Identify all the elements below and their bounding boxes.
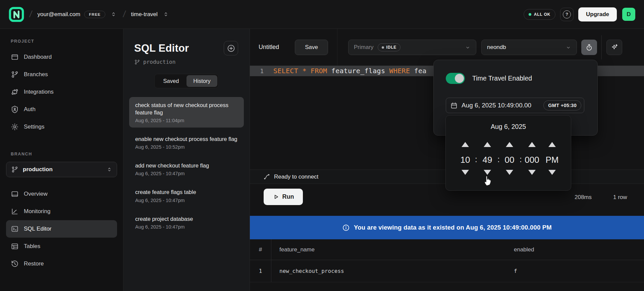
sidebar-section-project: PROJECT [11, 39, 117, 44]
account-email[interactable]: your@email.com [38, 11, 80, 18]
column-header-enabled: enabled [514, 239, 534, 260]
connection-status-text: Ready to connect [274, 174, 318, 180]
history-item-title: add new checkout feature flag [135, 162, 238, 169]
history-item[interactable]: create project database Aug 6, 2025 - 10… [129, 211, 244, 234]
monitoring-icon [11, 207, 19, 215]
sidebar-item-restore[interactable]: Restore [6, 255, 117, 273]
sidebar-item-label: Integrations [24, 89, 54, 95]
run-button-label: Run [282, 193, 294, 200]
sidebar-item-dashboard[interactable]: Dashboard [6, 48, 117, 66]
history-item-date: Aug 6, 2025 - 10:47pm [135, 224, 238, 230]
project-switcher-chevrons-icon[interactable] [162, 10, 170, 18]
upgrade-button[interactable]: Upgrade [578, 7, 617, 21]
query-tab-title: Untitled [259, 44, 279, 51]
history-item[interactable]: create feature flags table Aug 6, 2025 -… [129, 184, 244, 207]
history-item[interactable]: check status of new checkout process fea… [129, 97, 244, 128]
sidebar-item-label: Monitoring [24, 208, 50, 215]
history-item-date: Aug 6, 2025 - 10:47pm [135, 171, 238, 176]
hour-up-icon[interactable] [462, 142, 469, 147]
query-row-count: 1 row [613, 194, 627, 201]
second-down-icon[interactable] [506, 170, 513, 175]
account-switcher-chevrons-icon[interactable] [109, 10, 118, 18]
new-query-button[interactable] [224, 41, 238, 55]
toggle-knob [455, 74, 464, 83]
sidebar-section-branch: BRANCH [11, 152, 117, 156]
second-up-icon[interactable] [506, 142, 513, 147]
sql-token [298, 67, 302, 75]
sidebar-item-sql-editor[interactable]: SQL Editor [6, 220, 117, 238]
picker-colon: : [475, 155, 477, 164]
panel-title: SQL Editor [134, 42, 189, 54]
circle-plus-icon [227, 44, 235, 53]
toolbar-divider [601, 35, 602, 59]
stopwatch-icon [585, 44, 593, 51]
chevrons-up-down-icon [107, 167, 112, 172]
column-header-index: # [250, 239, 271, 260]
meridiem-up-icon[interactable] [548, 142, 556, 147]
branch-selector[interactable]: production [6, 162, 117, 177]
sql-token: WHERE [389, 67, 410, 75]
history-item[interactable]: add new checkout feature flag Aug 6, 202… [129, 157, 244, 181]
sidebar-item-settings[interactable]: Settings [6, 118, 117, 136]
picker-colon: : [520, 155, 522, 164]
sidebar-item-label: Overview [24, 191, 48, 197]
calendar-icon [450, 102, 458, 109]
project-breadcrumb[interactable]: time-travel [131, 11, 158, 18]
tab-history[interactable]: History [186, 75, 217, 87]
restore-clock-icon [11, 260, 19, 268]
neon-logo-icon[interactable] [9, 7, 24, 22]
millisecond-down-icon[interactable] [528, 170, 536, 175]
sidebar-item-label: Auth [24, 106, 36, 113]
picker-meridiem: PM [544, 155, 560, 165]
tables-icon [11, 242, 19, 250]
sidebar-item-label: Dashboard [24, 54, 52, 60]
sidebar-item-auth[interactable]: Auth [6, 101, 117, 118]
meridiem-down-icon[interactable] [548, 170, 556, 175]
status-ok-dot-icon [529, 13, 531, 16]
sidebar-item-monitoring[interactable]: Monitoring [6, 203, 117, 220]
table-row[interactable]: 1 new_checkout_process f [250, 260, 644, 282]
compute-select[interactable]: Primary IDLE [348, 40, 476, 55]
time-travel-button[interactable] [581, 40, 597, 55]
minute-up-icon[interactable] [484, 142, 491, 147]
help-button[interactable]: ? [560, 8, 574, 21]
database-name: neondb [487, 44, 506, 51]
sql-token: FROM [311, 67, 327, 75]
branch-icon [134, 59, 140, 65]
status-pill[interactable]: ALL OK [524, 9, 555, 20]
save-button[interactable]: Save [295, 40, 328, 55]
ai-assist-button[interactable] [606, 40, 622, 55]
dashboard-icon [11, 53, 19, 61]
history-item-date: Aug 6, 2025 - 10:47pm [135, 198, 238, 203]
millisecond-up-icon[interactable] [528, 142, 536, 147]
sidebar-item-tables[interactable]: Tables [6, 238, 117, 255]
connection-icon [263, 173, 270, 180]
shield-user-icon [11, 105, 19, 113]
time-travel-toggle[interactable] [446, 73, 465, 84]
breadcrumb-divider: / [29, 9, 33, 19]
overview-icon [11, 190, 19, 198]
avatar[interactable]: D [622, 8, 635, 21]
run-button[interactable]: Run [264, 189, 303, 205]
sidebar-item-label: Branches [24, 71, 48, 78]
picker-colon: : [497, 155, 500, 164]
sidebar-item-branches[interactable]: Branches [6, 66, 117, 83]
results-table: # feature_name enabled 1 new_checkout_pr… [250, 239, 644, 282]
sidebar-item-label: Settings [24, 124, 44, 130]
branch-selector-value: production [23, 166, 53, 173]
tab-saved[interactable]: Saved [156, 75, 186, 87]
sql-editor-icon [11, 225, 19, 233]
datetime-field[interactable]: Aug 6, 2025 10:49:00.00 GMT +05:30 [446, 98, 584, 113]
sidebar-item-integrations[interactable]: Integrations [6, 83, 117, 101]
line-number: 1 [250, 66, 269, 76]
sidebar-item-overview[interactable]: Overview [6, 185, 117, 203]
history-item[interactable]: enable new checkout process feature flag… [129, 131, 244, 154]
compute-state-label: IDLE [386, 45, 397, 50]
toolbar-divider [337, 29, 337, 65]
database-select[interactable]: neondb [481, 40, 577, 55]
sql-editor-panel: SQL Editor production Saved History chec… [123, 29, 250, 291]
hour-down-icon[interactable] [462, 170, 469, 175]
timezone-badge: GMT +05:30 [543, 100, 581, 110]
branch-icon [11, 166, 18, 173]
sql-token: fea [410, 67, 426, 75]
